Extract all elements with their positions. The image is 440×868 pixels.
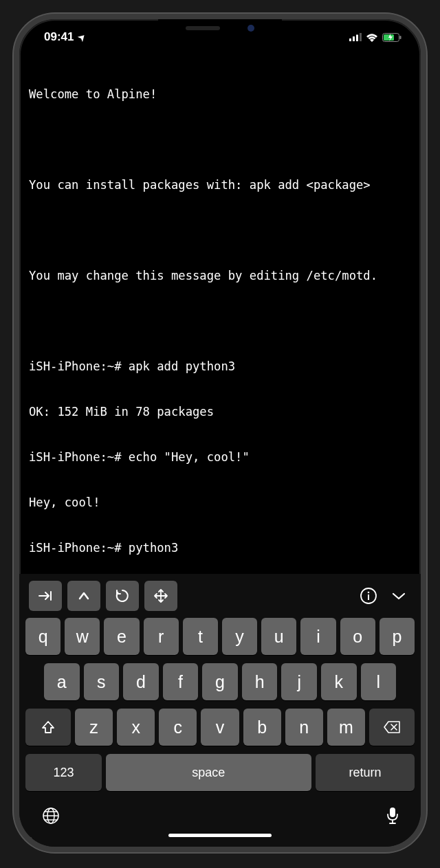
backspace-key[interactable] [369,709,415,746]
cellular-icon [349,33,362,41]
key-l[interactable]: l [361,663,397,700]
svg-rect-3 [360,33,362,41]
terminal-line: iSH-iPhone:~# python3 [29,540,411,555]
key-u[interactable]: u [261,618,296,655]
svg-rect-0 [349,38,351,41]
keyboard: q w e r t y u i o p a s d f g h j k l z [19,574,421,847]
svg-rect-1 [353,36,355,41]
key-m[interactable]: m [327,709,365,746]
key-e[interactable]: e [104,618,139,655]
status-time: 09:41 ➤ [44,30,86,44]
shift-key[interactable] [25,709,71,746]
arrows-key[interactable] [144,581,177,611]
terminal-line: Hey, cool! [29,495,411,510]
wifi-icon [366,33,378,42]
ctrl-key[interactable] [67,581,100,611]
numbers-key[interactable]: 123 [25,754,102,791]
terminal-line: You can install packages with: apk add <… [29,177,411,192]
key-w[interactable]: w [65,618,100,655]
keyboard-bottom-row [23,798,417,831]
key-n[interactable]: n [285,709,323,746]
terminal-line: You may change this message by editing /… [29,268,411,283]
key-row-1: q w e r t y u i o p [23,618,417,655]
key-row-2: a s d f g h j k l [23,663,417,700]
svg-rect-2 [356,35,358,42]
key-a[interactable]: a [44,663,80,700]
svg-rect-9 [368,594,369,600]
key-t[interactable]: t [183,618,218,655]
key-f[interactable]: f [163,663,199,700]
svg-rect-12 [390,808,395,817]
notch [158,19,282,38]
key-row-4: 123 space return [23,754,417,791]
key-k[interactable]: k [321,663,357,700]
keyboard-accessory-row [23,581,417,618]
space-key[interactable]: space [106,754,311,791]
dictation-key[interactable] [386,806,399,825]
key-o[interactable]: o [340,618,375,655]
terminal-line: iSH-iPhone:~# apk add python3 [29,359,411,374]
key-q[interactable]: q [25,618,60,655]
key-r[interactable]: r [144,618,179,655]
svg-rect-5 [400,36,402,39]
home-indicator[interactable] [168,834,272,837]
terminal-line [29,223,411,238]
key-x[interactable]: x [117,709,155,746]
key-z[interactable]: z [75,709,113,746]
key-d[interactable]: d [123,663,159,700]
tab-key[interactable] [29,581,62,611]
key-i[interactable]: i [300,618,336,655]
terminal-line: OK: 152 MiB in 78 packages [29,404,411,419]
svg-point-8 [368,592,370,594]
phone-frame: 09:41 ➤ Welcome to Alpine! You can insta… [14,14,426,852]
return-key[interactable]: return [316,754,415,791]
info-button[interactable] [356,583,381,608]
key-s[interactable]: s [84,663,120,700]
key-j[interactable]: j [281,663,317,700]
key-g[interactable]: g [202,663,238,700]
terminal-line: Welcome to Alpine! [29,87,411,102]
terminal-line [29,132,411,147]
key-y[interactable]: y [222,618,257,655]
globe-key[interactable] [41,806,60,825]
key-h[interactable]: h [242,663,278,700]
key-c[interactable]: c [159,709,197,746]
terminal-line: iSH-iPhone:~# echo "Hey, cool!" [29,449,411,465]
status-right [349,30,402,44]
terminal-line [29,313,411,329]
key-row-3: z x c v b n m [23,709,417,746]
collapse-keyboard-button[interactable] [386,583,411,608]
key-p[interactable]: p [380,618,415,655]
key-v[interactable]: v [201,709,239,746]
key-b[interactable]: b [243,709,281,746]
esc-key[interactable] [106,581,139,611]
battery-icon [382,33,402,42]
